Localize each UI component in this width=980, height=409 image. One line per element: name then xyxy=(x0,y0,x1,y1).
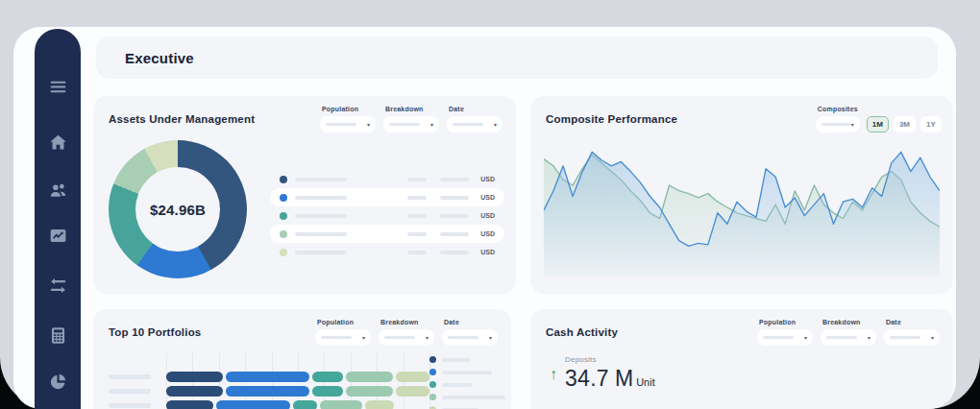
select-placeholder xyxy=(763,336,794,339)
chevron-down-icon: ▾ xyxy=(868,335,870,341)
chevron-down-icon: ▾ xyxy=(851,122,854,128)
allocation-icon[interactable] xyxy=(47,371,68,392)
portfolio-label-skeleton xyxy=(109,389,151,394)
aum-total-value: $24.96B xyxy=(150,202,206,218)
select-placeholder xyxy=(389,123,420,126)
portfolio-bar-row xyxy=(109,386,429,397)
legend-dot xyxy=(429,369,436,375)
transactions-icon[interactable] xyxy=(47,275,68,296)
population-select[interactable]: ▾ xyxy=(757,329,813,346)
top10-legend-row xyxy=(429,403,505,409)
population-filter: Population ▾ xyxy=(757,319,813,346)
legend-dot xyxy=(429,356,436,363)
aum-legend-row: USD xyxy=(270,170,504,188)
aum-legend-row: USD xyxy=(270,206,504,225)
population-select[interactable]: ▾ xyxy=(320,116,376,132)
legend-value-skeleton xyxy=(407,251,427,254)
currency-label: USD xyxy=(480,176,495,182)
aum-donut-chart: $24.96B xyxy=(109,140,247,278)
aum-legend-row: USD xyxy=(270,188,504,206)
date-select[interactable]: ▾ xyxy=(447,116,502,132)
legend-label-skeleton xyxy=(295,196,347,200)
currency-label: USD xyxy=(480,194,495,201)
population-filter-label: Population xyxy=(317,319,371,325)
composite-controls: Composites ▾ 1M3M1Y xyxy=(816,106,942,132)
bar-segment xyxy=(346,386,393,397)
deposits-value: 34.7 M Unit xyxy=(565,366,655,392)
select-placeholder xyxy=(326,123,356,126)
legend-dot xyxy=(280,176,287,183)
home-icon[interactable] xyxy=(47,132,68,153)
performance-icon[interactable] xyxy=(47,225,68,246)
top10-legend-row xyxy=(429,378,505,391)
bar-segment xyxy=(396,372,429,382)
deposits-number: 34.7 xyxy=(565,366,609,392)
currency-label: USD xyxy=(480,212,495,219)
top10-legend-row xyxy=(429,391,505,403)
breakdown-select[interactable]: ▾ xyxy=(383,116,439,132)
population-filter-label: Population xyxy=(759,319,813,325)
legend-value-skeleton xyxy=(407,214,427,218)
breakdown-filter: Breakdown ▾ xyxy=(821,319,876,346)
legend-label-skeleton xyxy=(442,396,505,399)
bar-segment xyxy=(166,400,213,409)
composite-performance-card: Composite Performance Composites ▾ 1M3M1… xyxy=(530,96,953,294)
top10-legend xyxy=(429,353,505,409)
calculator-icon[interactable] xyxy=(47,325,68,346)
date-filter: Date ▾ xyxy=(442,319,498,346)
bar-segment xyxy=(312,386,343,397)
top10-legend-row xyxy=(429,353,505,366)
date-select[interactable]: ▾ xyxy=(884,329,940,346)
legend-dot xyxy=(280,194,287,202)
legend-value-skeleton xyxy=(407,232,427,236)
population-filter: Population ▾ xyxy=(320,106,376,132)
chevron-down-icon: ▾ xyxy=(426,335,429,341)
composite-card-title: Composite Performance xyxy=(546,113,677,125)
breakdown-select[interactable]: ▾ xyxy=(821,329,876,346)
chevron-down-icon: ▾ xyxy=(931,335,934,341)
deposits-unit: Unit xyxy=(636,376,655,388)
legend-value-skeleton xyxy=(407,178,427,181)
deposits-magnitude: M xyxy=(615,366,633,392)
bar-segment xyxy=(166,386,223,397)
population-select[interactable]: ▾ xyxy=(315,329,371,346)
legend-value-skeleton xyxy=(440,251,469,254)
legend-dot xyxy=(280,212,287,220)
range-3m-button[interactable]: 3M xyxy=(894,116,916,132)
portfolio-bar-row xyxy=(109,372,429,382)
deposits-metric: ↑ Deposits 34.7 M Unit xyxy=(550,355,655,392)
menu-icon[interactable] xyxy=(47,76,68,97)
bar-segment xyxy=(293,400,317,409)
legend-dot xyxy=(429,381,436,388)
chevron-down-icon: ▾ xyxy=(367,122,370,128)
breakdown-select[interactable]: ▾ xyxy=(379,329,434,346)
legend-dot xyxy=(280,230,287,238)
portfolio-label-skeleton xyxy=(109,374,151,379)
select-placeholder xyxy=(384,336,415,339)
select-placeholder xyxy=(453,123,483,126)
bar-segment xyxy=(320,400,362,409)
chevron-down-icon: ▾ xyxy=(804,335,807,341)
legend-label-skeleton xyxy=(295,232,347,236)
breakdown-filter-label: Breakdown xyxy=(822,319,876,325)
select-placeholder xyxy=(826,336,857,339)
portfolio-bar-row xyxy=(109,400,429,409)
population-filter-label: Population xyxy=(322,106,376,112)
breakdown-filter-label: Breakdown xyxy=(385,106,439,112)
date-filter-label: Date xyxy=(449,106,502,112)
composite-area-chart xyxy=(544,132,940,282)
chevron-down-icon: ▾ xyxy=(362,335,365,341)
aum-card: Assets Under Management Population ▾ Bre… xyxy=(93,96,516,294)
range-1m-button[interactable]: 1M xyxy=(867,116,889,132)
sidebar xyxy=(35,29,81,409)
bar-segment xyxy=(226,386,308,397)
legend-label-skeleton xyxy=(295,178,347,181)
legend-label-skeleton xyxy=(295,214,347,218)
composites-select[interactable]: ▾ xyxy=(816,116,860,132)
aum-legend: USDUSDUSDUSDUSD xyxy=(270,170,504,261)
page-title: Executive xyxy=(96,50,194,66)
clients-icon[interactable] xyxy=(47,180,68,201)
top10-card-title: Top 10 Portfolios xyxy=(109,326,201,338)
range-1y-button[interactable]: 1Y xyxy=(920,116,942,132)
date-select[interactable]: ▾ xyxy=(442,329,498,346)
